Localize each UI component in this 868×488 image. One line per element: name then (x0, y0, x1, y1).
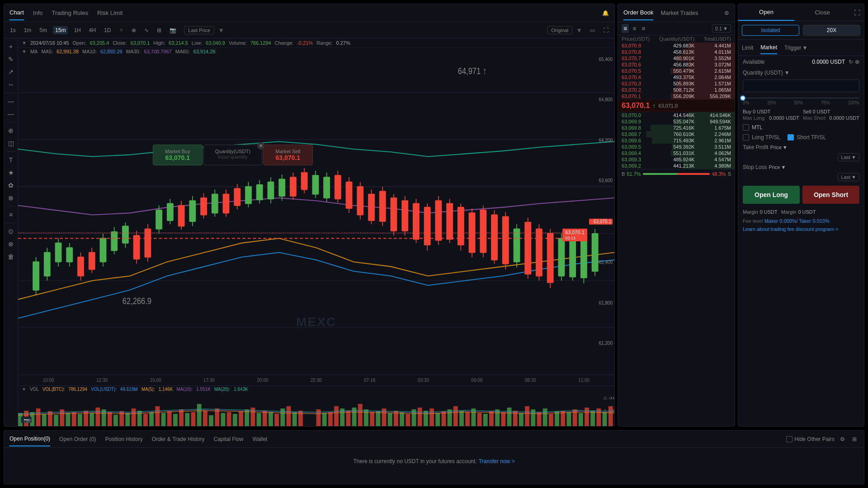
rp-slider-thumb[interactable] (740, 95, 745, 101)
rp-quantity-input[interactable] (743, 80, 859, 92)
ob-sell-row[interactable]: 63,070.5 550.479K 2.615M (618, 68, 735, 74)
rp-isolated-button[interactable]: Isolated (742, 25, 799, 36)
ob-buy-row[interactable]: 63,069.9 535.047K 949.594K (618, 118, 735, 125)
rp-market-tab[interactable]: Market (760, 42, 777, 54)
rp-open-long-button[interactable]: Open Long (743, 186, 800, 204)
screenshot-icon[interactable]: 📷 (167, 26, 179, 34)
ob-sell-row[interactable]: 63,070.1 556.209K 556.209K (618, 93, 735, 99)
ob-sell-row[interactable]: 63,070.7 480.901K 3.552M (618, 55, 735, 61)
text-tool[interactable]: T (7, 155, 15, 165)
ob-buy-row[interactable]: 63,070.0 414.546K 414.546K (618, 112, 735, 118)
rp-refresh-icon[interactable]: ↻ (849, 59, 853, 65)
ob-sell-row[interactable]: 63,070.8 458.613K 4.011M (618, 49, 735, 55)
rp-open-short-button[interactable]: Open Short (802, 186, 859, 204)
ob-view-both[interactable]: ≡ (622, 24, 629, 33)
rp-mark-25[interactable]: 25% (767, 100, 776, 105)
tab-trading-rules[interactable]: Trading Rules (52, 6, 88, 20)
indicator-icon[interactable]: ∿ (142, 26, 151, 34)
ob-buy-row[interactable]: 63,069.5 549.392K 3.511M (618, 144, 735, 150)
hide-other-pairs-toggle[interactable]: Hide Other Pairs (786, 436, 835, 442)
timeframe-1d[interactable]: 1D (102, 26, 113, 34)
magnet-tool[interactable]: ⊗ (6, 192, 15, 203)
channel-tool[interactable]: ◫ (6, 138, 16, 149)
ray-tool[interactable]: — (6, 108, 16, 119)
rp-mark-100[interactable]: 100% (848, 100, 859, 105)
timeframe-1h[interactable]: 1H (71, 26, 83, 34)
ob-sell-row[interactable]: 63,070.9 429.683K 4.441M (618, 42, 735, 49)
ob-buy-row[interactable]: 63,069.3 485.924K 4.547M (618, 156, 735, 163)
bottom-tab-open-position[interactable]: Open Position(0) (9, 432, 50, 446)
tab-order-book[interactable]: Order Book (623, 5, 653, 20)
original-button[interactable]: Original (547, 26, 572, 34)
rp-mtl-checkbox[interactable] (743, 124, 749, 131)
crosshair-tool[interactable]: + (7, 41, 14, 52)
delete-tool[interactable]: 🗑 (6, 251, 16, 262)
ob-sell-row[interactable]: 63,070.6 456.883K 3.072M (618, 61, 735, 68)
rp-expand-icon[interactable]: ⛶ (850, 5, 864, 20)
timeframe-1m[interactable]: 1m (22, 26, 34, 34)
timeframe-4h[interactable]: 4H (87, 26, 98, 34)
chart-canvas[interactable]: 62,266.9 64,971 ↑ 63,070.103:13 MEXC (18, 55, 614, 375)
rp-tp-last-button[interactable]: Last ▼ (838, 153, 859, 161)
pencil-tool[interactable]: ✎ (6, 54, 15, 65)
ob-buy-row[interactable]: 63,069.6 715.493K 2.961M (618, 137, 735, 144)
bottom-tab-order-trade[interactable]: Order & Trade History (152, 432, 205, 446)
ob-buy-row[interactable]: 63,069.8 725.416K 1.675M (618, 125, 735, 131)
rp-mark-0[interactable]: 0% (743, 100, 749, 105)
brush-tool[interactable]: ✿ (6, 180, 15, 191)
ob-sell-row[interactable]: 63,070.2 508.712K 1.065M (618, 87, 735, 93)
download-icon[interactable]: ⊞ (850, 434, 859, 444)
trendline-tool[interactable]: ↗ (6, 66, 15, 77)
ob-view-sell[interactable]: ≡ (631, 24, 638, 33)
rp-close-tab[interactable]: Close (794, 5, 850, 20)
timeframe-5m[interactable]: 5m (37, 26, 49, 34)
tab-risk-limit[interactable]: Risk Limit (97, 6, 123, 20)
ob-buy-row[interactable]: 63,069.7 760.610K 2.246M (618, 131, 735, 137)
rp-discount-link[interactable]: Learn about trading fee discount program… (743, 226, 838, 232)
rp-short-tpsl-checkbox[interactable]: ✓ (788, 134, 794, 141)
ob-buy-row[interactable]: 63,069.2 441.213K 4.989M (618, 163, 735, 169)
rp-sl-type-dropdown[interactable]: Price ▼ (769, 164, 786, 170)
rp-sl-last-button[interactable]: Last ▼ (838, 173, 859, 181)
rp-mark-75[interactable]: 75% (821, 100, 830, 105)
measure-tool[interactable]: ★ (6, 167, 16, 178)
rp-open-tab[interactable]: Open (738, 4, 794, 21)
rp-leverage-button[interactable]: 20X (803, 25, 860, 36)
ob-sell-row[interactable]: 63,070.3 505.893K 1.571M (618, 80, 735, 87)
ob-sell-row[interactable]: 63,070.4 493.375K 2.064M (618, 74, 735, 80)
rp-limit-tab[interactable]: Limit (742, 42, 753, 54)
rp-fee-link[interactable]: Maker 0.000%/ Taker 0.010% (764, 218, 830, 224)
tab-info[interactable]: Info (33, 6, 43, 20)
rp-transfer-icon[interactable]: ⊕ (855, 59, 859, 65)
fullscreen-icon[interactable]: ⛶ (601, 26, 611, 34)
lock-tool[interactable]: ⊗ (6, 239, 15, 249)
bottom-tab-position-history[interactable]: Position History (105, 432, 142, 446)
last-price-button[interactable]: Last Price (184, 26, 214, 34)
layout-icon[interactable]: ⊞ (155, 26, 164, 34)
tab-market-trades[interactable]: Market Trades (660, 6, 698, 20)
list-tool[interactable]: ≡ (7, 209, 14, 220)
timeframe-15m[interactable]: 15m (53, 26, 68, 34)
ob-view-buy[interactable]: ≡ (640, 24, 647, 33)
ob-settings-icon[interactable]: ⚙ (724, 10, 729, 16)
bottom-tab-open-order[interactable]: Open Order (0) (59, 432, 96, 446)
notification-bell-icon[interactable]: 🔔 (602, 10, 609, 16)
horizontal-line-tool[interactable]: — (6, 96, 16, 107)
rp-long-tpsl-checkbox[interactable] (743, 134, 749, 141)
tab-chart[interactable]: Chart (9, 5, 24, 20)
expand-icon[interactable]: ▭ (588, 26, 597, 34)
fib-tool[interactable]: ⊕ (6, 125, 15, 136)
search-tool[interactable]: ⊙ (6, 226, 15, 237)
ob-precision-select[interactable]: 0.1 ▼ (712, 24, 731, 33)
filter-icon[interactable]: ⚙ (838, 434, 847, 444)
rp-tp-type-dropdown[interactable]: Price ▼ (770, 145, 788, 150)
hide-pairs-checkbox[interactable] (786, 436, 793, 442)
ob-buy-row[interactable]: 63,069.4 551.031K 4.062M (618, 150, 735, 156)
bottom-tab-wallet[interactable]: Wallet (253, 432, 268, 446)
popup-close-icon[interactable]: ✕ (257, 142, 264, 150)
arrow-tool[interactable]: ↔ (6, 79, 16, 90)
bottom-tab-capital-flow[interactable]: Capital Flow (214, 432, 244, 446)
rp-trigger-tab[interactable]: Trigger ▼ (784, 45, 807, 51)
transfer-link[interactable]: Transfer now > (479, 458, 515, 465)
timeframe-1s[interactable]: 1s (8, 26, 18, 34)
